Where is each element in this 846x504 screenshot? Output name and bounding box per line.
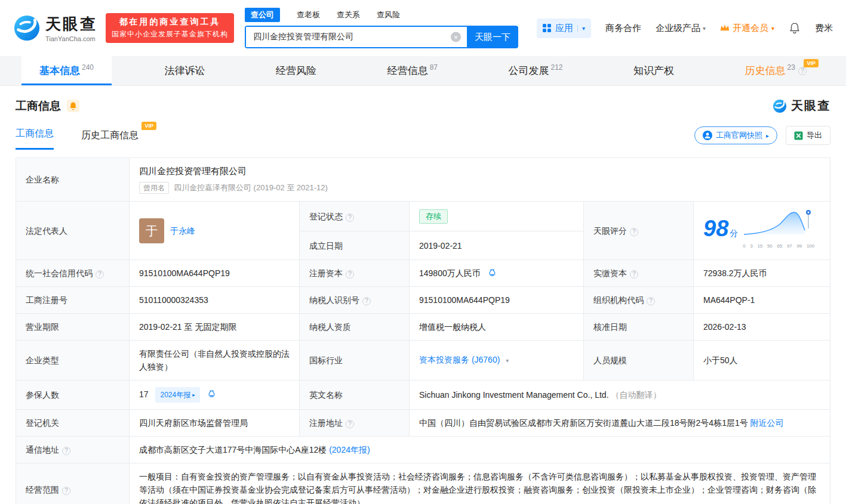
search-tab-relation[interactable]: 查关系	[337, 10, 360, 20]
search-input[interactable]	[246, 27, 467, 47]
legal-rep-avatar[interactable]: 于	[139, 218, 164, 243]
reg-capital-label: 注册资本	[309, 268, 343, 278]
staff-size-label: 人员规模	[593, 355, 627, 365]
chevron-down-icon[interactable]: ▾	[506, 357, 509, 364]
table-row: 企业名称 四川金控投资管理有限公司 曾用名 四川金控嘉泽有限公司 (2019-0…	[16, 158, 830, 202]
search-button[interactable]: 天眼一下	[467, 26, 518, 48]
menu-open-vip[interactable]: 开通会员 ▾	[720, 23, 774, 34]
search-tab-boss[interactable]: 查老板	[297, 10, 320, 20]
help-icon[interactable]: ?	[62, 487, 70, 495]
help-icon[interactable]: ?	[346, 420, 354, 428]
tab-label: 经营风险	[276, 64, 316, 78]
table-row: 登记机关 四川天府新区市场监督管理局 注册地址? 中国（四川）自由贸易试验区成都…	[16, 410, 830, 437]
org-code-label: 组织机构代码	[593, 295, 644, 305]
person-badge-icon	[703, 131, 712, 140]
menu-business-cooperation[interactable]: 商务合作	[605, 23, 641, 34]
help-icon[interactable]: ?	[630, 228, 638, 236]
snapshot-label: 工商官网快照	[716, 130, 762, 141]
official-snapshot-button[interactable]: 工商官网快照 ▸	[694, 126, 777, 144]
nearby-companies-link[interactable]: 附近公司	[750, 418, 784, 428]
search-input-wrap: ×	[245, 26, 467, 48]
clear-icon[interactable]: ×	[451, 32, 461, 42]
banner-line2: 国家中小企业发展子基金旗下机构	[112, 29, 228, 39]
tianyan-score: 98分	[703, 208, 820, 253]
insured-detail-icon[interactable]	[207, 390, 216, 399]
reg-number-label: 工商注册号	[26, 295, 67, 305]
tianyancha-logo[interactable]: 天眼查 TianYanCha.com	[13, 14, 97, 42]
legal-rep-link[interactable]: 于永峰	[170, 224, 195, 237]
notification-bell-icon[interactable]	[789, 22, 801, 34]
help-icon[interactable]: ?	[647, 297, 655, 305]
table-row: 通信地址? 成都市高新区交子大道177号中海国际中心A座12楼 (2024年报)	[16, 437, 830, 463]
help-icon[interactable]: ?	[346, 214, 354, 222]
apps-label: 应用	[555, 23, 573, 34]
vip-badge: VIP	[141, 122, 156, 130]
score-unit: 分	[730, 228, 738, 238]
establish-date-label: 成立日期	[309, 241, 343, 251]
insured-count-label: 参保人数	[26, 390, 59, 400]
approval-date: 2026-02-13	[703, 322, 746, 332]
contact-address-report-link[interactable]: (2024年报)	[329, 445, 370, 454]
tianyancha-logo-icon	[773, 99, 787, 113]
reg-address-label: 注册地址	[309, 418, 343, 428]
former-name-tag: 曾用名	[139, 182, 169, 194]
help-icon[interactable]: ?	[346, 270, 354, 279]
reg-status-label: 登记状态	[309, 212, 343, 221]
tab-label: 基本信息	[39, 64, 80, 78]
tab-legal-litigation[interactable]: 法律诉讼	[147, 56, 223, 85]
search-tabs: 查公司 查老板 查关系 查风险	[245, 8, 518, 22]
export-button[interactable]: 导出	[786, 126, 830, 145]
capital-detail-icon[interactable]	[488, 269, 497, 278]
auto-translate-note: （自动翻译）	[611, 390, 661, 400]
help-icon[interactable]: ?	[362, 297, 371, 305]
subscribe-bell-icon[interactable]	[67, 100, 79, 112]
taxpayer-quality: 增值税一般纳税人	[419, 322, 486, 332]
english-name-label: 英文名称	[309, 390, 343, 400]
watermark-brand-text: 天眼查	[791, 98, 830, 114]
taxpayer-id-label: 纳税人识别号	[309, 295, 359, 305]
tab-company-development[interactable]: 公司发展 212	[491, 56, 581, 85]
search-tab-risk[interactable]: 查风险	[377, 10, 400, 20]
approval-date-label: 核准日期	[593, 322, 627, 332]
apps-menu[interactable]: 应用 ▾	[537, 18, 591, 38]
chevron-down-icon: ▾	[703, 25, 706, 32]
tab-basic-info[interactable]: 基本信息 240	[21, 56, 112, 85]
company-type: 有限责任公司（非自然人投资或控股的法人独资）	[139, 349, 290, 372]
help-icon[interactable]: ?	[62, 447, 70, 455]
tab-intellectual-property[interactable]: 知识产权	[616, 56, 692, 85]
annual-report-tag[interactable]: 2024年报 ▸	[155, 387, 199, 403]
paid-capital-label: 实缴资本	[593, 268, 627, 278]
tab-operation-risk[interactable]: 经营风险	[258, 56, 334, 85]
table-row: 企业类型 有限责任公司（非自然人投资或控股的法人独资） 国标行业 资本投资服务 …	[16, 341, 830, 381]
chevron-right-icon: ▸	[192, 388, 195, 401]
business-scope-label: 经营范围	[26, 485, 59, 494]
subtab-history-business-info[interactable]: 历史工商信息 VIP	[81, 129, 139, 150]
reg-authority: 四川天府新区市场监督管理局	[139, 418, 248, 428]
search-tab-company[interactable]: 查公司	[245, 8, 280, 22]
menu-enterprise-products[interactable]: 企业级产品 ▾	[656, 23, 706, 34]
tab-history-info[interactable]: VIP 历史信息 23 ?	[727, 56, 825, 85]
industry-link[interactable]: 资本投资服务 (J6760)	[419, 355, 500, 364]
crown-icon	[720, 24, 730, 32]
business-info-table: 企业名称 四川金控投资管理有限公司 曾用名 四川金控嘉泽有限公司 (2019-0…	[16, 157, 830, 504]
subtab-business-info[interactable]: 工商信息	[16, 128, 54, 150]
help-icon[interactable]: ?	[798, 67, 807, 75]
contact-address-label: 通信地址	[26, 445, 59, 454]
contact-address: 成都市高新区交子大道177号中海国际中心A座12楼	[139, 445, 327, 454]
subtab-actions: 工商官网快照 ▸ 导出	[694, 126, 830, 150]
tianyancha-logo-icon	[13, 14, 41, 42]
enterprise-products-label: 企业级产品	[656, 23, 700, 34]
banner-line1: 都在用的商业查询工具	[112, 17, 228, 27]
score-value: 98	[703, 216, 728, 241]
tianyancha-company-page: 天眼查 TianYanCha.com 都在用的商业查询工具 国家中小企业发展子基…	[0, 0, 846, 504]
tab-label: 历史信息	[745, 64, 786, 78]
help-icon[interactable]: ?	[96, 270, 104, 279]
logo-domain-text: TianYanCha.com	[45, 35, 97, 42]
reg-address: 中国（四川）自由贸易试验区成都市天府新区万安街道麓山大道二段18号附2号4栋1层…	[419, 418, 748, 428]
vip-badge: VIP	[804, 59, 819, 67]
table-row: 参保人数 17 2024年报 ▸ 英文名称 Sichuan Jinkong In…	[16, 381, 830, 410]
paid-capital: 72938.2万人民币	[703, 268, 767, 278]
user-name[interactable]: 费米	[815, 23, 833, 34]
help-icon[interactable]: ?	[630, 270, 638, 279]
tab-operation-info[interactable]: 经营信息 87	[370, 56, 456, 85]
